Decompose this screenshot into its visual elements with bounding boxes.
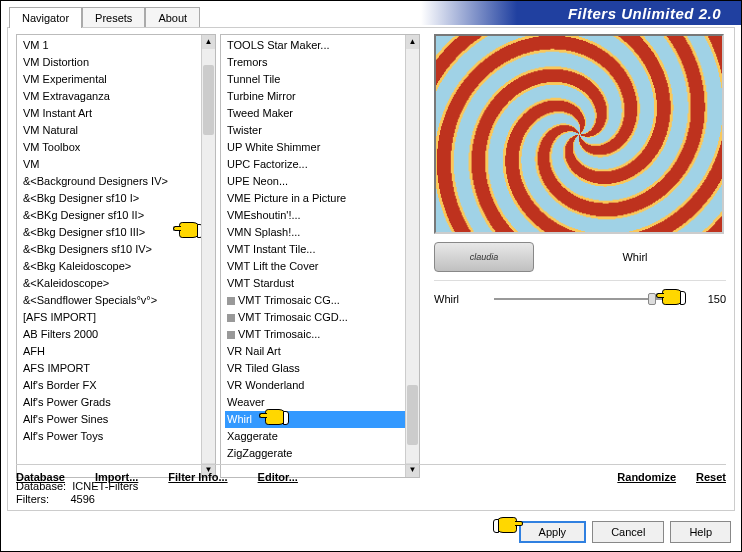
tab-navigator[interactable]: Navigator (9, 7, 82, 28)
tab-about[interactable]: About (145, 7, 200, 28)
scrollbar[interactable]: ▲ ▼ (201, 35, 215, 477)
list-item[interactable]: Alf's Border FX (21, 377, 201, 394)
list-item[interactable]: ZigZaggerate (225, 445, 405, 462)
list-item[interactable]: VM Instant Art (21, 105, 201, 122)
list-item[interactable]: VR Tiled Glass (225, 360, 405, 377)
list-item[interactable]: Alf's Power Sines (21, 411, 201, 428)
list-item[interactable]: Tunnel Tile (225, 71, 405, 88)
list-item[interactable]: VMT Trimosaic CG... (225, 292, 405, 309)
list-item[interactable]: UPC Factorize... (225, 156, 405, 173)
scroll-thumb[interactable] (407, 385, 418, 445)
list-item[interactable]: VMT Instant Tile... (225, 241, 405, 258)
scroll-thumb[interactable] (203, 65, 214, 135)
list-item[interactable]: AFS IMPORT (21, 360, 201, 377)
list-item[interactable]: VM (21, 156, 201, 173)
filter-name-label: Whirl (544, 251, 726, 263)
list-item[interactable]: AB Filters 2000 (21, 326, 201, 343)
scroll-up-icon[interactable]: ▲ (406, 35, 419, 49)
slider-thumb[interactable] (648, 293, 656, 305)
list-item[interactable]: VR Wonderland (225, 377, 405, 394)
list-item[interactable]: &<Bkg Designer sf10 I> (21, 190, 201, 207)
param-label: Whirl (434, 293, 484, 305)
list-item[interactable]: Tweed Maker (225, 105, 405, 122)
list-item[interactable]: VM Extravaganza (21, 88, 201, 105)
category-list[interactable]: VM 1VM DistortionVM ExperimentalVM Extra… (16, 34, 216, 478)
scrollbar[interactable]: ▲ ▼ (405, 35, 419, 477)
list-item[interactable]: VMT Trimosaic... (225, 326, 405, 343)
pointer-icon (660, 289, 686, 311)
list-item[interactable]: VMT Trimosaic CGD... (225, 309, 405, 326)
list-item[interactable]: UP White Shimmer (225, 139, 405, 156)
title-bar: Filters Unlimited 2.0 (421, 1, 741, 25)
main-panel: VM 1VM DistortionVM ExperimentalVM Extra… (7, 27, 735, 511)
param-value: 150 (696, 293, 726, 305)
list-item[interactable]: VM Experimental (21, 71, 201, 88)
list-item[interactable]: &<Bkg Designers sf10 IV> (21, 241, 201, 258)
link-button[interactable]: Reset (696, 471, 726, 483)
preset-icon (227, 297, 235, 305)
list-item[interactable]: AFH (21, 343, 201, 360)
list-item[interactable]: [AFS IMPORT] (21, 309, 201, 326)
list-item[interactable]: TOOLS Star Maker... (225, 37, 405, 54)
list-item[interactable]: &<BKg Designer sf10 II> (21, 207, 201, 224)
link-button[interactable]: Editor... (258, 471, 298, 483)
brand-logo: claudia (434, 242, 534, 272)
list-item[interactable]: VM Toolbox (21, 139, 201, 156)
list-item[interactable]: VM Natural (21, 122, 201, 139)
app-title: Filters Unlimited 2.0 (568, 5, 721, 22)
link-button[interactable]: Filter Info... (168, 471, 227, 483)
tab-strip: NavigatorPresetsAbout (9, 7, 200, 28)
list-item[interactable]: VMEshoutin'!... (225, 207, 405, 224)
list-item[interactable]: Xaggerate (225, 428, 405, 445)
cancel-button[interactable]: Cancel (592, 521, 664, 543)
param-slider[interactable] (494, 289, 686, 309)
list-item[interactable]: VMT Stardust (225, 275, 405, 292)
list-item[interactable]: VMN Splash!... (225, 224, 405, 241)
filter-list[interactable]: TOOLS Star Maker...TremorsTunnel TileTur… (220, 34, 420, 478)
list-item[interactable]: Tremors (225, 54, 405, 71)
list-item[interactable]: &<Bkg Kaleidoscope> (21, 258, 201, 275)
list-item[interactable]: Alf's Power Grads (21, 394, 201, 411)
list-item[interactable]: VME Picture in a Picture (225, 190, 405, 207)
status-bar: Database: ICNET-Filters Filters: 4596 (16, 480, 138, 506)
list-item[interactable]: &<Kaleidoscope> (21, 275, 201, 292)
scroll-up-icon[interactable]: ▲ (202, 35, 215, 49)
link-button[interactable]: Randomize (617, 471, 676, 483)
list-item[interactable]: &<Background Designers IV> (21, 173, 201, 190)
preset-icon (227, 314, 235, 322)
list-item[interactable]: UPE Neon... (225, 173, 405, 190)
help-button[interactable]: Help (670, 521, 731, 543)
list-item[interactable]: VM 1 (21, 37, 201, 54)
list-item[interactable]: &<Sandflower Specials°v°> (21, 292, 201, 309)
list-item[interactable]: &<Bkg Designer sf10 III> (21, 224, 201, 241)
list-item[interactable]: VMT Lift the Cover (225, 258, 405, 275)
list-item[interactable]: VR Nail Art (225, 343, 405, 360)
preview-image (434, 34, 724, 234)
apply-button[interactable]: Apply (519, 521, 587, 543)
list-item[interactable]: Alf's Power Toys (21, 428, 201, 445)
parameter-panel: Whirl150 (434, 280, 726, 315)
list-item[interactable]: VM Distortion (21, 54, 201, 71)
list-item[interactable]: Weaver (225, 394, 405, 411)
pointer-icon (493, 517, 519, 539)
list-item[interactable]: Whirl (225, 411, 405, 428)
param-row: Whirl150 (434, 289, 726, 309)
preset-icon (227, 331, 235, 339)
list-item[interactable]: Turbine Mirror (225, 88, 405, 105)
list-item[interactable]: Twister (225, 122, 405, 139)
tab-presets[interactable]: Presets (82, 7, 145, 28)
